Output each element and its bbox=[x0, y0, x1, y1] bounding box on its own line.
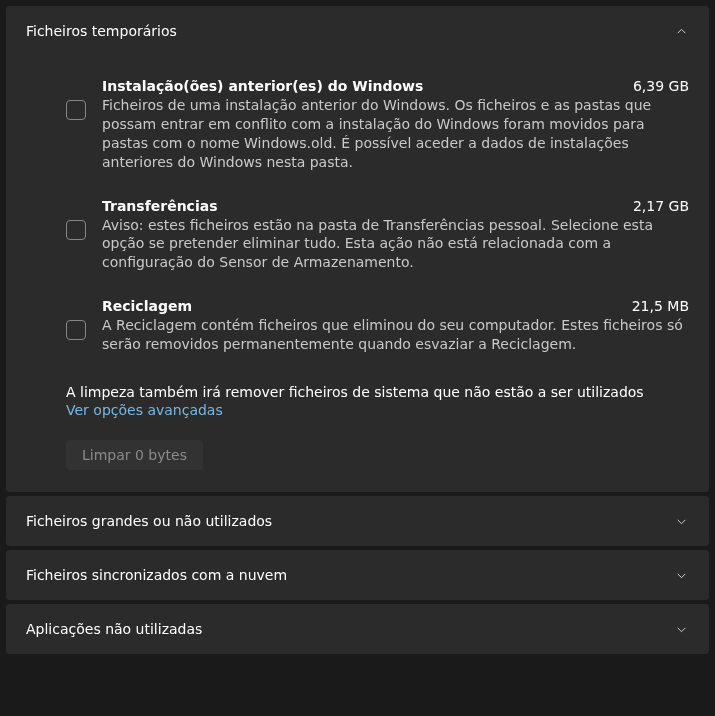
cleanup-note: A limpeza também irá remover ficheiros d… bbox=[66, 384, 689, 400]
panel-header-cloud-synced[interactable]: Ficheiros sincronizados com a nuvem bbox=[6, 550, 709, 600]
chevron-up-icon bbox=[673, 23, 689, 39]
clean-button[interactable]: Limpar 0 bytes bbox=[66, 440, 203, 470]
panel-title-temp: Ficheiros temporários bbox=[26, 23, 177, 39]
option-desc: A Reciclagem contém ficheiros que elimin… bbox=[102, 316, 689, 354]
option-title: Transferências bbox=[102, 198, 218, 214]
checkbox-prev-windows[interactable] bbox=[66, 100, 86, 120]
checkbox-recycle-bin[interactable] bbox=[66, 320, 86, 340]
panel-temp-files: Ficheiros temporários Instalação(ões) an… bbox=[6, 6, 709, 492]
panel-title-large: Ficheiros grandes ou não utilizados bbox=[26, 513, 272, 529]
option-prev-windows: Instalação(ões) anterior(es) do Windows … bbox=[26, 68, 689, 188]
chevron-down-icon bbox=[673, 567, 689, 583]
panel-header-large-files[interactable]: Ficheiros grandes ou não utilizados bbox=[6, 496, 709, 546]
option-title: Reciclagem bbox=[102, 298, 192, 314]
advanced-options-link[interactable]: Ver opções avançadas bbox=[66, 402, 223, 418]
option-size: 2,17 GB bbox=[633, 198, 689, 214]
panel-unused-apps: Aplicações não utilizadas bbox=[6, 604, 709, 654]
option-size: 6,39 GB bbox=[633, 78, 689, 94]
option-desc: Aviso: estes ficheiros estão na pasta de… bbox=[102, 216, 689, 273]
panel-header-temp-files[interactable]: Ficheiros temporários bbox=[6, 6, 709, 56]
panel-header-unused-apps[interactable]: Aplicações não utilizadas bbox=[6, 604, 709, 654]
panel-title-apps: Aplicações não utilizadas bbox=[26, 621, 202, 637]
option-size: 21,5 MB bbox=[632, 298, 689, 314]
option-title: Instalação(ões) anterior(es) do Windows bbox=[102, 78, 423, 94]
checkbox-downloads[interactable] bbox=[66, 220, 86, 240]
chevron-down-icon bbox=[673, 621, 689, 637]
panel-title-cloud: Ficheiros sincronizados com a nuvem bbox=[26, 567, 287, 583]
option-desc: Ficheiros de uma instalação anterior do … bbox=[102, 96, 689, 172]
chevron-down-icon bbox=[673, 513, 689, 529]
panel-large-files: Ficheiros grandes ou não utilizados bbox=[6, 496, 709, 546]
option-downloads: Transferências 2,17 GB Aviso: estes fich… bbox=[26, 188, 689, 289]
temp-files-body: Instalação(ões) anterior(es) do Windows … bbox=[6, 56, 709, 492]
option-recycle-bin: Reciclagem 21,5 MB A Reciclagem contém f… bbox=[26, 288, 689, 370]
panel-cloud-synced: Ficheiros sincronizados com a nuvem bbox=[6, 550, 709, 600]
